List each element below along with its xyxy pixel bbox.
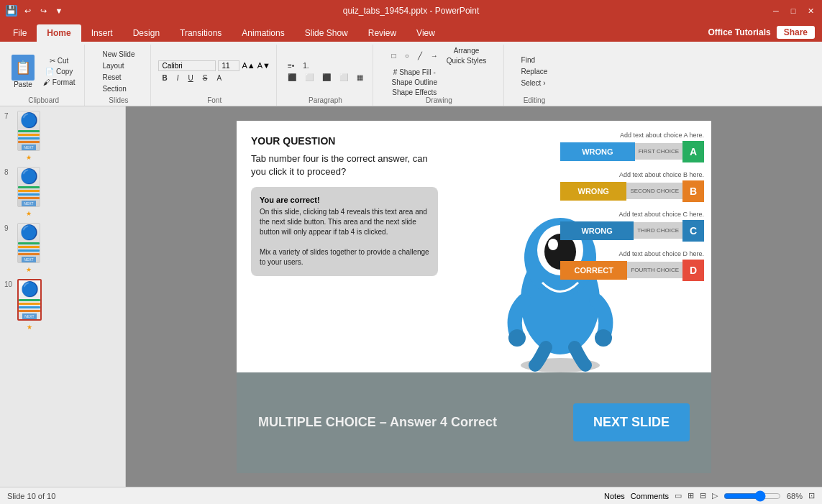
redo-icon[interactable]: ↪ [37,5,49,17]
tab-insert[interactable]: Insert [81,24,123,42]
slide-thumb-7[interactable]: 7 🔵 NEXT ★ [3,109,122,162]
choice-d-row[interactable]: CORRECT FOURTH CHOICE D [560,260,704,281]
choice-a-row[interactable]: WRONG FIRST CHOICE A [560,141,704,162]
slide-8-wrapper[interactable]: 🔵 NEXT ★ [17,167,40,217]
bar-orange-7 [18,141,40,143]
slide-thumb-9[interactable]: 9 🔵 NEXT ★ [3,221,122,275]
slide-img-9[interactable]: 🔵 NEXT [17,223,40,263]
maximize-button[interactable]: □ [787,5,799,17]
choice-b-name: SECOND CHOICE [626,183,682,199]
italic-button[interactable]: I [173,73,183,83]
share-button[interactable]: Share [777,26,815,39]
slide-thumb-10[interactable]: 10 🔵 NEXT ★ [3,278,122,332]
tab-animations[interactable]: Animations [232,24,294,42]
tab-review[interactable]: Review [358,24,406,42]
slide-panel[interactable]: 7 🔵 NEXT ★ 8 [0,106,126,487]
main-area: 7 🔵 NEXT ★ 8 [0,106,822,487]
choice-d-status[interactable]: CORRECT [560,261,627,280]
font-size-up[interactable]: A▲ [242,61,255,70]
justify-button[interactable]: ⬜ [336,73,352,82]
more-icon[interactable]: ▼ [53,5,65,17]
drawing-content: □ ○ ╱ → Arrange Quick Styles # Shape Fil… [388,46,490,96]
arrange-button[interactable]: Arrange [443,46,490,55]
font-color-button[interactable]: A [213,73,225,83]
slide-img-7[interactable]: 🔵 NEXT [17,111,40,151]
bar-yellow-9 [18,246,40,248]
minimize-button[interactable]: ─ [770,5,782,17]
slide-img-8[interactable]: 🔵 NEXT [17,167,40,207]
find-button[interactable]: Find [518,55,539,65]
view-reading-icon[interactable]: ⊟ [700,491,706,500]
tab-design[interactable]: Design [123,24,170,42]
cut-button[interactable]: ✂ Cut [40,56,78,65]
choice-b-wrapper: Add text about choice B here. WRONG SECO… [560,171,704,202]
select-button[interactable]: Select › [518,78,549,88]
notes-button[interactable]: Notes [604,492,625,500]
slide-content: YOUR QUESTION Tab number four is the cor… [237,121,711,473]
shape-effects-button[interactable]: Shape Effects [388,88,441,97]
tab-view[interactable]: View [406,24,445,42]
numbering-button[interactable]: 1. [299,61,312,70]
font-size-selector[interactable]: 11 [218,60,239,71]
slide-img-10[interactable]: 🔵 NEXT [17,279,42,321]
columns-button[interactable]: ▦ [353,73,367,82]
list-row: ≡• 1. [284,61,313,70]
ribbon-tabs: File Home Insert Design Transitions Anim… [0,22,822,42]
reset-button[interactable]: Reset [99,73,124,82]
window-title: quiz_tabs_19454.pptx - PowerPoint [343,6,479,16]
shape-ellipse[interactable]: ○ [401,51,413,60]
slide-9-wrapper[interactable]: 🔵 NEXT ★ [17,223,40,273]
slide-8-content: 🔵 NEXT [18,168,40,206]
underline-button[interactable]: U [184,73,196,83]
shape-outline-button[interactable]: Shape Outline [388,78,441,87]
zoom-fit-icon[interactable]: ⊡ [808,491,815,500]
next-btn-10: NEXT [22,313,36,319]
choice-a-status[interactable]: WRONG [560,142,635,161]
choice-a-letter: A [682,141,704,162]
slide-7-wrapper[interactable]: 🔵 NEXT ★ [17,111,40,161]
tab-home[interactable]: Home [37,24,81,42]
next-slide-button[interactable]: NEXT SLIDE [573,403,690,441]
tab-transitions[interactable]: Transitions [170,24,232,42]
layout-button[interactable]: Layout [99,61,127,70]
shape-rect[interactable]: □ [388,51,400,60]
view-normal-icon[interactable]: ▭ [675,491,682,500]
align-left-button[interactable]: ⬛ [284,73,300,82]
zoom-slider[interactable] [723,490,781,502]
format-painter-button[interactable]: 🖌 Format [40,78,78,87]
shape-arrow[interactable]: → [427,51,442,60]
choice-b-status[interactable]: WRONG [560,182,626,201]
save-icon[interactable]: 💾 [6,5,17,17]
slide-canvas: YOUR QUESTION Tab number four is the cor… [126,106,822,487]
align-right-button[interactable]: ⬛ [319,73,334,82]
close-button[interactable]: ✕ [805,5,816,17]
bar-blue-10 [19,306,40,308]
paste-button[interactable]: 📋 Paste [9,53,37,90]
view-slide-sorter-icon[interactable]: ⊞ [688,491,694,500]
bold-button[interactable]: B [158,73,170,83]
tab-slideshow[interactable]: Slide Show [295,24,358,42]
font-size-down[interactable]: A▼ [257,61,270,70]
slide-10-wrapper[interactable]: 🔵 NEXT ★ [17,279,42,331]
view-slideshow-icon[interactable]: ▷ [712,491,718,500]
strikethrough-button[interactable]: S [199,73,211,83]
section-button[interactable]: Section [99,84,129,93]
choice-c-label: Add text about choice C here. [560,211,704,218]
slide-thumb-8[interactable]: 8 🔵 NEXT ★ [3,165,122,219]
comments-button[interactable]: Comments [631,492,669,500]
bullets-button[interactable]: ≡• [284,61,298,70]
new-slide-button[interactable]: New Slide [99,50,138,59]
shape-fill-button[interactable]: # Shape Fill - [388,68,441,77]
copy-button[interactable]: 📄 Copy [40,67,78,76]
font-family-selector[interactable]: Calibri [158,60,216,71]
paste-label: Paste [14,81,32,88]
replace-button[interactable]: Replace [518,67,552,76]
align-center-button[interactable]: ⬜ [301,73,317,82]
choice-c-row[interactable]: WRONG THIRD CHOICE C [560,220,704,242]
quick-styles-button[interactable]: Quick Styles [443,56,490,65]
shape-line[interactable]: ╱ [414,51,426,60]
choice-b-row[interactable]: WRONG SECOND CHOICE B [560,180,704,202]
undo-icon[interactable]: ↩ [22,5,33,17]
choice-c-status[interactable]: WRONG [560,221,634,240]
tab-file[interactable]: File [3,24,37,42]
